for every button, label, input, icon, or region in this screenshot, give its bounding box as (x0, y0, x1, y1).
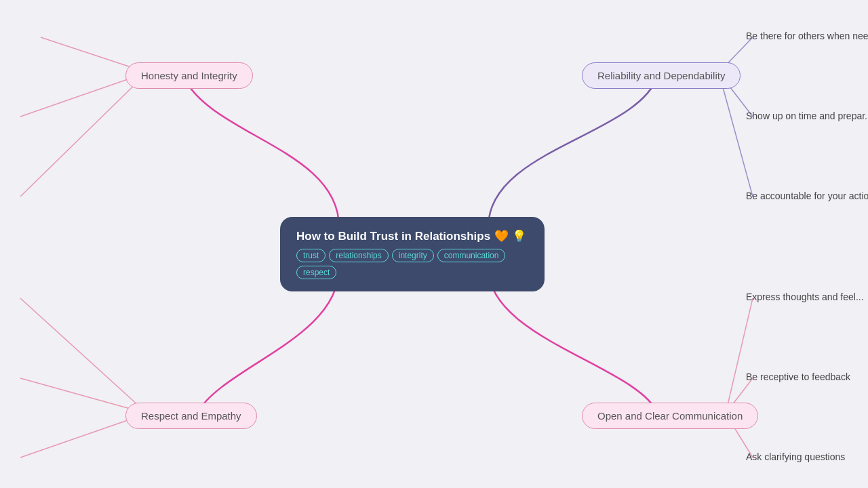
leaf-bethere: Be there for others when nee... (746, 30, 868, 41)
svg-line-9 (726, 298, 753, 413)
node-respect[interactable]: Respect and Empathy (125, 403, 257, 429)
leaf-accountable: Be accountable for your actio... (746, 190, 868, 201)
center-tags: trustrelationshipsintegritycommunication… (296, 249, 528, 279)
node-reliability[interactable]: Reliability and Dependability (582, 62, 741, 89)
tag-relationships: relationships (329, 249, 388, 262)
leaf-receptive: Be receptive to feedback (746, 371, 850, 382)
node-honesty[interactable]: Honesty and Integrity (125, 62, 253, 89)
tag-communication: communication (437, 249, 506, 262)
tag-respect: respect (296, 266, 336, 279)
leaf-express: Express thoughts and feel... (746, 291, 864, 302)
svg-line-2 (20, 73, 147, 197)
svg-line-6 (20, 298, 147, 413)
tag-trust: trust (296, 249, 326, 262)
mindmap-canvas: How to Build Trust in Relationships 🧡 💡 … (0, 0, 868, 488)
svg-line-5 (719, 73, 753, 197)
leaf-clarifying: Ask clarifying questions (746, 451, 845, 462)
tag-integrity: integrity (392, 249, 434, 262)
leaf-showup: Show up on time and prepar... (746, 110, 868, 121)
node-communication[interactable]: Open and Clear Communication (582, 403, 758, 429)
center-node[interactable]: How to Build Trust in Relationships 🧡 💡 … (280, 217, 545, 291)
center-title: How to Build Trust in Relationships 🧡 💡 (296, 229, 528, 243)
